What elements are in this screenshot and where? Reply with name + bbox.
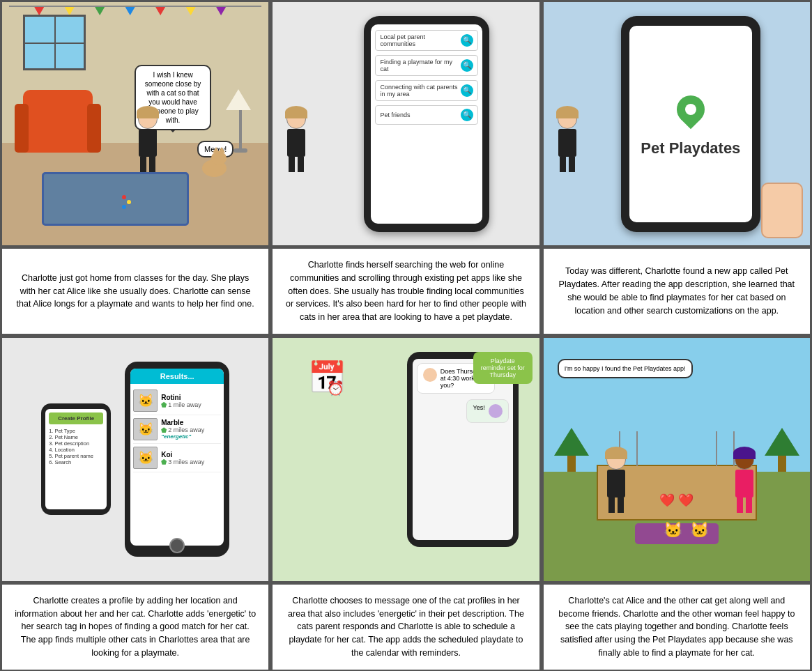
caption-5: Charlotte chooses to message one of the … [270,583,541,671]
result-item[interactable]: 🐱 Koi 3 miles away [133,444,221,472]
caption-3: Today was different, Charlotte found a n… [542,247,812,336]
search-bar-item[interactable]: Connecting with cat parents in my area🔍 [375,80,478,101]
chat-message-2: Yes! [466,399,508,423]
profile-field: 5. Pet parent name [49,453,103,459]
app-screen: Pet Playdates [629,26,752,222]
profile-field: 1. Pet Type [49,428,103,434]
panel-5-image: 📅 ⏰ Does Thursday at 4:30 work for you? … [270,336,541,583]
cat-2: 🐱 [690,521,709,539]
panel-1-image: I wish I knew someone close by with a ca… [0,0,270,247]
panel-2-image: Local pet parent communities🔍Finding a p… [270,0,541,247]
caption-4: Charlotte creates a profile by adding he… [0,583,270,671]
clock-icon: ⏰ [327,380,344,396]
profile-field: 3. Pet description [49,440,103,447]
panel-3-image: Pet Playdates [542,0,812,247]
panel-4-image: Create Profile 1. Pet Type2. Pet Name3. … [0,336,270,583]
hearts: ❤️ ❤️ [659,493,694,508]
search-bar-item[interactable]: Finding a playmate for my cat🔍 [375,55,478,76]
results-header: Results... [130,369,224,384]
result-item[interactable]: 🐱 Rotini 1 mile away [133,387,221,415]
speech-park: I'm so happy I found the Pet Playdates a… [558,359,693,379]
result-item[interactable]: 🐱 Marble 2 miles away "energetic" [133,415,221,444]
caption-1: Charlotte just got home from classes for… [0,247,270,336]
profile-field: 6. Search [49,459,103,465]
caption-6: Charlotte's cat Alice and the other cat … [542,583,812,671]
search-bar-item[interactable]: Local pet parent communities🔍 [375,30,478,51]
app-title: Pet Playdates [641,139,740,157]
reminder-bubble: Playdate reminder set for Thursday [473,352,533,384]
create-profile-btn[interactable]: Create Profile [49,412,103,424]
search-phone-screen: Local pet parent communities🔍Finding a p… [371,24,482,224]
profile-field: 2. Pet Name [49,434,103,440]
create-profile-phone: Create Profile 1. Pet Type2. Pet Name3. … [41,403,111,515]
panel-6-image: I'm so happy I found the Pet Playdates a… [542,336,812,583]
caption-2: Charlotte finds herself searching the we… [270,247,541,336]
cat-1: 🐱 [664,521,682,539]
search-bar-item[interactable]: Pet friends🔍 [375,105,478,125]
results-phone: Results... 🐱 Rotini 1 mile away 🐱 Marble… [125,362,229,557]
profile-field: 4. Location [49,447,103,453]
